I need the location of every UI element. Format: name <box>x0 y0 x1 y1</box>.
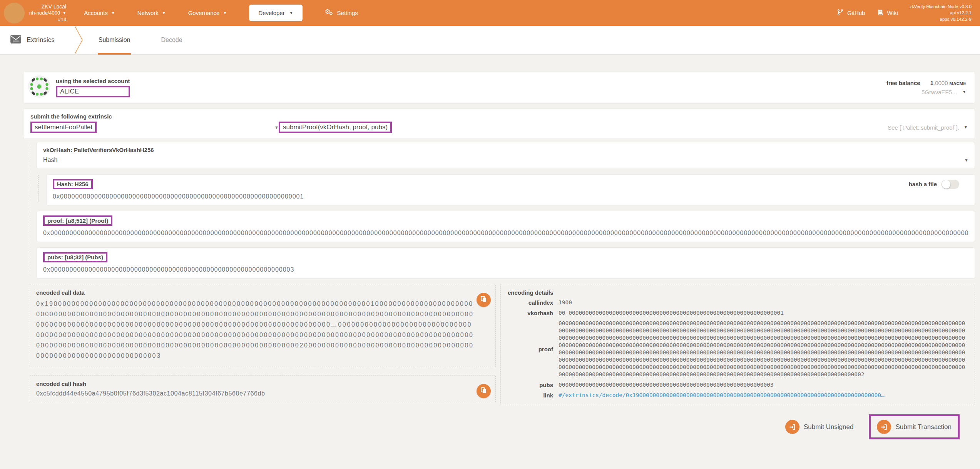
annotation-box-submit: Submit Transaction <box>869 414 960 439</box>
nav-item-accounts[interactable]: Accounts ▼ <box>84 10 115 16</box>
nav-label: Developer <box>258 10 284 16</box>
method-doc[interactable]: See [`Pallet::submit_proof`]. ▼ <box>888 124 968 131</box>
account-name[interactable]: ALICE <box>60 88 79 95</box>
caret-down-icon: ▼ <box>962 90 966 94</box>
identicon[interactable] <box>28 75 50 99</box>
main-nav: Accounts ▼ Network ▼ Governance ▼ Develo… <box>84 5 358 21</box>
pallet-select[interactable]: settlementFooPallet ▼ <box>30 122 279 133</box>
actions-bar: Submit Unsigned Submit Transaction <box>23 414 975 439</box>
account-card: using the selected account ALICE free ba… <box>23 71 975 103</box>
proof-input[interactable]: 0x00000000000000000000000000000000000000… <box>43 230 968 237</box>
annotation-box-pubs: pubs: [u8;32] (Pubs) <box>43 252 107 262</box>
extrinsic-label: submit the following extrinsic <box>30 113 968 120</box>
caret-down-icon: ▼ <box>289 11 293 15</box>
detail-label: proof <box>508 346 559 352</box>
detail-row-callindex: callindex 1900 <box>508 299 968 306</box>
detail-label: vkorhash <box>508 310 559 316</box>
encoded-call-data-value: 0x19000000000000000000000000000000000000… <box>36 299 488 361</box>
encoded-call-hash-value: 0xc5fcddd44e4550a4795b0f05f76d3f5302ac10… <box>36 390 488 397</box>
hash-a-file-toggle[interactable] <box>942 180 959 189</box>
annotation-box-method: submitProof(vkOrHash, proof, pubs) <box>279 122 392 133</box>
nav-label: Governance <box>188 10 220 16</box>
caret-down-icon: ▼ <box>964 125 968 129</box>
encoded-call-data-box: encoded call data 0x19000000000000000000… <box>29 284 496 367</box>
block-number: #14 <box>58 17 66 23</box>
github-link[interactable]: GitHub <box>837 9 865 17</box>
nav-label: Network <box>137 10 159 16</box>
submit-transaction-button[interactable]: Submit Transaction <box>877 420 952 434</box>
hash-a-file-label: hash a file <box>909 181 937 187</box>
copy-icon <box>480 387 487 396</box>
vkorhash-type-value: Hash <box>43 157 57 164</box>
method-select[interactable]: submitProof(vkOrHash, proof, pubs) <box>279 122 392 133</box>
breadcrumb-chevron-icon <box>75 26 83 54</box>
app-header: ZKV Local nh-node/4000 ▼ #14 Accounts ▼ … <box>0 0 980 26</box>
wiki-label: Wiki <box>887 10 898 16</box>
section-title-label: Extrinsics <box>27 36 55 44</box>
hash-label: Hash: H256 <box>57 181 89 187</box>
node-version: zkVerify Mainchain Node v0.3.0 <box>910 3 972 10</box>
page-content: using the selected account ALICE free ba… <box>23 55 975 439</box>
version-info: zkVerify Mainchain Node v0.3.0 api v12.2… <box>910 3 972 22</box>
detail-row-vkorhash: vkorhash 00 0000000000000000000000000000… <box>508 309 968 317</box>
tab-decode[interactable]: Decode <box>159 26 184 55</box>
nav-item-network[interactable]: Network ▼ <box>137 10 166 16</box>
param-proof: proof: [u8;512] (Proof) 0x00000000000000… <box>37 211 975 242</box>
submit-transaction-label: Submit Transaction <box>895 423 952 431</box>
network-name: ZKV Local <box>42 3 67 10</box>
submit-unsigned-label: Submit Unsigned <box>804 423 853 431</box>
copy-call-hash-button[interactable] <box>477 384 491 398</box>
encoding-details-title: encoding details <box>508 289 968 296</box>
submit-unsigned-button[interactable]: Submit Unsigned <box>785 420 853 434</box>
nav-item-developer[interactable]: Developer ▼ <box>249 5 302 21</box>
apps-version: apps v0.142.2-9 <box>910 16 972 22</box>
caret-down-icon: ▼ <box>162 11 166 15</box>
annotation-box-pallet: settlementFooPallet <box>30 122 97 133</box>
param-hash: Hash: H256 hash a file 0x000000000000000… <box>46 174 975 205</box>
api-version: api v12.2.1 <box>910 10 972 16</box>
param-vkorhash: vkOrHash: PalletVerifiersVkOrHashH256 Ha… <box>37 142 975 169</box>
decode-link[interactable]: #/extrinsics/decode/0x190000000000000000… <box>559 392 885 399</box>
caret-down-icon: ▼ <box>62 11 66 15</box>
wiki-link[interactable]: Wiki <box>877 9 898 17</box>
annotation-box-proof: proof: [u8;512] (Proof) <box>43 215 112 226</box>
section-title: Extrinsics <box>10 35 55 46</box>
hash-input[interactable]: 0x00000000000000000000000000000000000000… <box>53 193 968 200</box>
app-logo[interactable] <box>4 3 25 23</box>
nav-item-settings[interactable]: ⚙⚙ Settings <box>325 8 358 18</box>
node-endpoint: nh-node/4000 <box>29 10 60 17</box>
detail-row-pubs: pubs 00000000000000000000000000000000000… <box>508 381 968 389</box>
caret-down-icon: ▼ <box>964 158 968 162</box>
account-address: 5GrwvaEF5… <box>921 89 958 95</box>
account-label: using the selected account <box>56 78 130 84</box>
caret-down-icon: ▼ <box>223 11 227 15</box>
gear-icon: ⚙⚙ <box>325 8 334 18</box>
nav-label: Accounts <box>84 10 108 16</box>
detail-row-link: link #/extrinsics/decode/0x1900000000000… <box>508 392 968 399</box>
tab-submission[interactable]: Submission <box>96 26 133 55</box>
account-address-selector[interactable]: 5GrwvaEF5… ▼ <box>886 89 966 95</box>
encoding-details-box: encoding details callindex 1900 vkorhash… <box>500 284 975 405</box>
detail-label: callindex <box>508 299 559 306</box>
node-selector[interactable]: ZKV Local nh-node/4000 ▼ #14 <box>29 3 66 23</box>
nav-item-governance[interactable]: Governance ▼ <box>188 10 227 16</box>
balance-integer: 1 <box>930 80 933 86</box>
nav-label: Settings <box>337 10 358 16</box>
detail-value: 0000000000000000000000000000000000000000… <box>559 381 774 389</box>
sign-in-icon <box>877 420 891 434</box>
tab-bar: Extrinsics Submission Decode <box>0 26 980 55</box>
extrinsic-card: submit the following extrinsic settlemen… <box>23 108 975 139</box>
param-pubs: pubs: [u8;32] (Pubs) 0x00000000000000000… <box>37 247 975 279</box>
extrinsics-icon <box>10 35 22 46</box>
pubs-input[interactable]: 0x00000000000000000000000000000000000000… <box>43 266 968 273</box>
encoded-call-data-label: encoded call data <box>36 289 488 296</box>
annotation-box-hash: Hash: H256 <box>53 179 93 189</box>
copy-call-data-button[interactable] <box>477 293 491 307</box>
annotation-box-account: ALICE <box>56 86 130 97</box>
free-balance-label: free balance <box>886 80 920 86</box>
toggle-knob <box>942 180 950 189</box>
pallet-select-value: settlementFooPallet <box>35 124 92 131</box>
vkorhash-type-select[interactable]: Hash ▼ <box>43 157 968 164</box>
method-select-value: submitProof(vkOrHash, proof, pubs) <box>283 124 388 131</box>
book-icon <box>877 9 884 17</box>
